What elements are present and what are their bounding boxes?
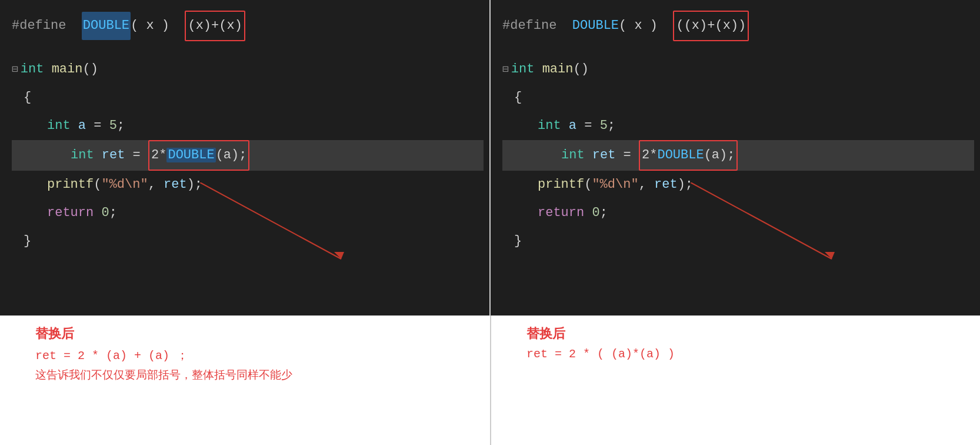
right-main-func: main <box>542 55 574 84</box>
right-int-keyword: int <box>511 55 535 84</box>
right-printf-ret: ret <box>654 171 678 199</box>
right-int-ret-keyword: int <box>561 141 585 170</box>
left-annotation: 替换后 ret = 2 * (a) + (a) ； 这告诉我们不仅仅要局部括号，… <box>0 316 490 445</box>
left-main-space <box>44 55 51 84</box>
bottom-note: 这告诉我们不仅仅要局部括号，整体括号同样不能少 <box>35 367 300 384</box>
right-ret-boxed: 2*DOUBLE(a); <box>639 140 738 171</box>
right-annotation-title: 替换后 <box>526 325 962 343</box>
left-define-line: #define DOUBLE ( x ) (x)+(x) <box>12 11 484 41</box>
left-printf-keyword: printf <box>47 171 94 199</box>
right-return-line: return 0 ; <box>538 199 974 227</box>
left-printf-str: "%d\n" <box>101 171 148 199</box>
right-return-num: 0 <box>592 199 599 227</box>
left-annotation-title: 替换后 <box>35 325 472 343</box>
left-printf-ret: ret <box>164 171 187 199</box>
left-define-body-boxed: (x)+(x) <box>185 11 245 41</box>
left-return-num: 0 <box>101 199 109 227</box>
right-return-keyword: return <box>538 199 584 227</box>
right-brace-close: } <box>514 227 974 255</box>
right-annotation: 替换后 ret = 2 * ( (a)*(a) ) <box>490 316 980 445</box>
left-ret-boxed: 2*DOUBLE(a); <box>148 140 249 171</box>
left-int-main-line: ⊟ int main () <box>12 55 484 84</box>
left-var-a: a <box>78 112 86 140</box>
right-define-keyword: #define <box>502 12 572 40</box>
right-annotation-code: ret = 2 * ( (a)*(a) ) <box>526 347 962 361</box>
right-double-text: DOUBLE <box>572 12 619 40</box>
left-printf-line: printf ( "%d\n" , ret ); <box>47 171 484 199</box>
left-define-params: ( x ) <box>131 12 185 40</box>
left-main-parens: () <box>82 55 98 84</box>
right-int-ret-line: int ret = 2*DOUBLE(a); <box>502 140 974 171</box>
right-define-params: ( x ) <box>619 12 673 40</box>
right-int-a-keyword: int <box>538 112 561 140</box>
left-int-ret-keyword: int <box>71 141 94 170</box>
left-int-ret-line: int ret = 2*DOUBLE(a); <box>12 140 484 171</box>
left-main-func: main <box>52 55 83 84</box>
right-int-a-line: int a = 5 ; <box>538 112 974 140</box>
left-var-ret: ret <box>102 141 125 170</box>
right-var-a: a <box>569 112 576 140</box>
right-printf-str: "%d\n" <box>592 171 638 199</box>
left-return-keyword: return <box>47 199 94 227</box>
left-int-a-keyword: int <box>47 112 71 140</box>
left-int-keyword: int <box>21 55 44 84</box>
right-printf-line: printf ( "%d\n" , ret ); <box>538 171 974 199</box>
right-define-line: #define DOUBLE ( x ) ((x)+(x)) <box>502 11 974 41</box>
right-define-body-boxed: ((x)+(x)) <box>673 11 749 41</box>
left-num-5: 5 <box>109 112 117 140</box>
right-num-5: 5 <box>600 112 608 140</box>
bottom-row: 替换后 ret = 2 * (a) + (a) ； 这告诉我们不仅仅要局部括号，… <box>0 316 980 445</box>
left-int-a-line: int a = 5 ; <box>47 112 484 140</box>
left-brace-close: } <box>24 227 484 255</box>
right-brace-open: { <box>514 84 974 112</box>
left-double-highlight: DOUBLE <box>82 12 131 40</box>
left-return-line: return 0 ; <box>47 199 484 227</box>
left-define-keyword: #define <box>12 12 82 40</box>
left-collapse-icon: ⊟ <box>12 55 18 84</box>
right-var-ret: ret <box>592 141 616 170</box>
left-brace-open: { <box>24 84 484 112</box>
right-int-main-line: ⊟ int main () <box>502 55 974 84</box>
left-annotation-code: ret = 2 * (a) + (a) ； <box>35 347 472 363</box>
right-printf-keyword: printf <box>538 171 584 199</box>
right-collapse-icon: ⊟ <box>502 55 509 84</box>
